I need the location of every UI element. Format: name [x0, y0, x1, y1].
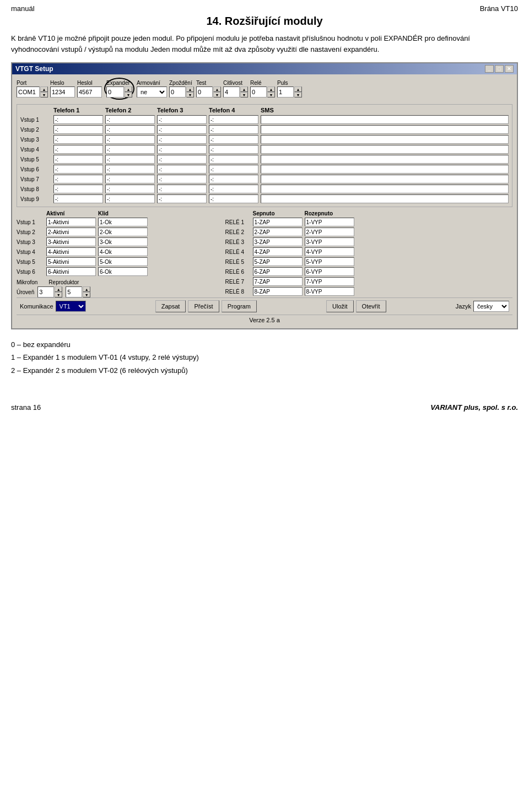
puls-up-arrow[interactable]: ▲ [294, 86, 302, 92]
phone-input[interactable] [53, 194, 103, 203]
aktivni-input[interactable] [46, 228, 96, 236]
rozepnuto-input[interactable] [305, 228, 354, 236]
sepnuto-input[interactable] [253, 287, 303, 296]
phone-input[interactable] [105, 165, 155, 174]
reproduktor-down-arrow[interactable]: ▼ [83, 292, 90, 297]
phone-input[interactable] [105, 185, 155, 193]
phone-input[interactable] [105, 175, 155, 183]
rozepnuto-input[interactable] [305, 277, 354, 286]
sms-input[interactable] [261, 185, 509, 193]
rozepnuto-input[interactable] [305, 237, 354, 246]
heslol-input[interactable] [77, 86, 102, 98]
phone-input[interactable] [53, 175, 103, 183]
sms-input[interactable] [261, 165, 509, 174]
rozepnuto-input[interactable] [305, 287, 354, 296]
phone-input[interactable] [157, 175, 207, 183]
expander-down-arrow[interactable]: ▼ [125, 92, 132, 98]
rele-up-arrow[interactable]: ▲ [267, 86, 275, 92]
uroven-down-arrow[interactable]: ▼ [55, 292, 62, 297]
zapsat-button[interactable]: Zapsat [155, 300, 186, 312]
phone-input[interactable] [157, 125, 207, 134]
phone-input[interactable] [209, 194, 258, 203]
phone-input[interactable] [209, 145, 258, 154]
sepnuto-input[interactable] [253, 218, 303, 226]
zpozdeni-up-arrow[interactable]: ▲ [186, 86, 194, 92]
sms-input[interactable] [261, 145, 509, 154]
sms-input[interactable] [261, 125, 509, 134]
sepnuto-input[interactable] [253, 267, 303, 276]
sepnuto-input[interactable] [253, 257, 303, 266]
aktivni-input[interactable] [46, 257, 96, 266]
phone-input[interactable] [209, 125, 258, 134]
phone-input[interactable] [157, 135, 207, 144]
klid-input[interactable] [98, 267, 148, 276]
test-down-arrow[interactable]: ▼ [213, 92, 221, 98]
puls-input[interactable] [277, 86, 294, 98]
phone-input[interactable] [209, 165, 258, 174]
phone-input[interactable] [105, 194, 155, 203]
phone-input[interactable] [157, 155, 207, 164]
expander-input[interactable] [106, 86, 124, 98]
port-down-arrow[interactable]: ▼ [40, 92, 48, 98]
reproduktor-input[interactable] [66, 286, 82, 297]
uroven-up-arrow[interactable]: ▲ [55, 286, 62, 292]
sms-input[interactable] [261, 175, 509, 183]
sms-input[interactable] [261, 115, 509, 124]
zpozdeni-down-arrow[interactable]: ▼ [186, 92, 194, 98]
klid-input[interactable] [98, 228, 148, 236]
maximize-button[interactable]: □ [495, 65, 504, 73]
armovani-select[interactable]: ne [137, 86, 167, 98]
sepnuto-input[interactable] [253, 237, 303, 246]
phone-input[interactable] [53, 165, 103, 174]
phone-input[interactable] [209, 155, 258, 164]
komunikace-select[interactable]: VT1 [56, 301, 86, 312]
phone-input[interactable] [209, 175, 258, 183]
sepnuto-input[interactable] [253, 247, 303, 256]
phone-input[interactable] [105, 145, 155, 154]
rozepnuto-input[interactable] [305, 218, 354, 226]
port-input[interactable] [17, 86, 40, 98]
rele-down-arrow[interactable]: ▼ [267, 92, 275, 98]
aktivni-input[interactable] [46, 218, 96, 226]
test-input[interactable] [196, 86, 213, 98]
phone-input[interactable] [53, 155, 103, 164]
port-up-arrow[interactable]: ▲ [40, 86, 48, 92]
phone-input[interactable] [105, 115, 155, 124]
phone-input[interactable] [105, 125, 155, 134]
expander-up-arrow[interactable]: ▲ [125, 86, 132, 92]
aktivni-input[interactable] [46, 247, 96, 256]
uroven-input[interactable] [37, 286, 54, 297]
phone-input[interactable] [157, 194, 207, 203]
phone-input[interactable] [53, 135, 103, 144]
phone-input[interactable] [53, 145, 103, 154]
phone-input[interactable] [53, 185, 103, 193]
rozepnuto-input[interactable] [305, 257, 354, 266]
phone-input[interactable] [157, 165, 207, 174]
sms-input[interactable] [261, 135, 509, 144]
phone-input[interactable] [209, 185, 258, 193]
close-button[interactable]: ✕ [505, 65, 514, 73]
test-up-arrow[interactable]: ▲ [213, 86, 221, 92]
reproduktor-up-arrow[interactable]: ▲ [83, 286, 90, 292]
phone-input[interactable] [209, 135, 258, 144]
phone-input[interactable] [209, 115, 258, 124]
klid-input[interactable] [98, 257, 148, 266]
klid-input[interactable] [98, 218, 148, 226]
sepnuto-input[interactable] [253, 228, 303, 236]
sms-input[interactable] [261, 194, 509, 203]
citlivost-down-arrow[interactable]: ▼ [240, 92, 248, 98]
rozepnuto-input[interactable] [305, 267, 354, 276]
phone-input[interactable] [105, 155, 155, 164]
phone-input[interactable] [157, 115, 207, 124]
phone-input[interactable] [157, 185, 207, 193]
phone-input[interactable] [53, 115, 103, 124]
otevrit-button[interactable]: Otevřít [356, 300, 386, 312]
citlivost-input[interactable] [223, 86, 240, 98]
precist-button[interactable]: Přečíst [188, 300, 219, 312]
program-button[interactable]: Program [222, 300, 257, 312]
minimize-button[interactable]: _ [485, 65, 494, 73]
phone-input[interactable] [53, 125, 103, 134]
klid-input[interactable] [98, 247, 148, 256]
aktivni-input[interactable] [46, 237, 96, 246]
rozepnuto-input[interactable] [305, 247, 354, 256]
